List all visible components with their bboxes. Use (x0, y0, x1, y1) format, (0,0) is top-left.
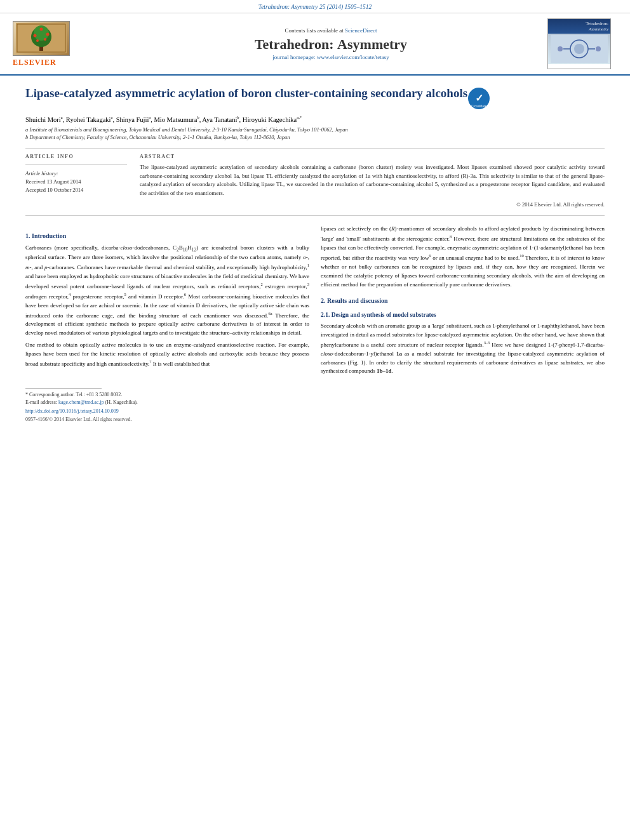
svg-point-5 (34, 34, 37, 37)
author-6: Hiroyuki Kagechika (243, 116, 297, 123)
article-content: Lipase-catalyzed asymmetric acylation of… (0, 76, 630, 434)
corresponding-author-note: * Corresponding author. Tel.: +81 3 5280… (25, 391, 309, 399)
abstract-text: The lipase-catalyzed asymmetric acetylat… (140, 163, 605, 197)
cover-title: Tetrahedron:Asymmetry (548, 19, 610, 32)
results-section-title: 2. Results and discussion (321, 296, 605, 306)
svg-point-8 (36, 39, 39, 42)
svg-point-15 (558, 46, 563, 51)
intro-title: 1. Introduction (25, 231, 309, 241)
body-text-area: 1. Introduction Carboranes (more specifi… (25, 225, 605, 423)
homepage-url[interactable]: www.elsevier.com/locate/tetasy (317, 54, 389, 60)
svg-text:CrossMark: CrossMark (471, 104, 487, 108)
journal-header-top: Tetrahedron: Asymmetry 25 (2014) 1505–15… (0, 0, 630, 13)
contents-available: Contents lists available at ScienceDirec… (114, 27, 547, 34)
doi-link[interactable]: http://dx.doi.org/10.1016/j.tetasy.2014.… (25, 408, 309, 415)
svg-point-9 (44, 38, 46, 41)
author-3: Shinya Fujii (116, 116, 149, 123)
abstract-column: ABSTRACT The lipase-catalyzed asymmetric… (140, 154, 605, 208)
issn-copyright: 0957-4166/© 2014 Elsevier Ltd. All right… (25, 416, 309, 423)
intro-para2: One method to obtain optically active mo… (25, 341, 309, 369)
svg-point-16 (596, 46, 601, 51)
separator-line (25, 148, 605, 149)
article-title: Lipase-catalyzed asymmetric acylation of… (25, 86, 467, 102)
author-1: Shuichi Mori (25, 116, 61, 123)
right-para2: Secondary alcohols with an aromatic grou… (321, 322, 605, 377)
crossmark-logo: ✓ CrossMark (467, 87, 490, 110)
received-date: Received 13 August 2014 (25, 178, 127, 185)
journal-center-info: Contents lists available at ScienceDirec… (114, 27, 547, 60)
affiliation-b: b Department of Chemistry, Faculty of Sc… (25, 133, 605, 142)
footnote-separator (25, 388, 102, 389)
svg-point-6 (46, 33, 50, 36)
affiliations: a Institute of Biomaterials and Bioengin… (25, 126, 605, 142)
abstract-heading: ABSTRACT (140, 154, 605, 159)
elsevier-logo-area: ELSEVIER (13, 21, 114, 67)
right-para1: lipases act selectively on the (R)-enant… (321, 225, 605, 290)
svg-text:✓: ✓ (475, 93, 483, 103)
page: Tetrahedron: Asymmetry 25 (2014) 1505–15… (0, 0, 630, 840)
email-note: E-mail address: kage.chem@tmd.ac.jp (H. … (25, 399, 309, 406)
svg-point-7 (40, 28, 43, 31)
journal-volume-ref: Tetrahedron: Asymmetry 25 (2014) 1505–15… (258, 4, 372, 10)
article-history-label: Article history: (25, 170, 127, 177)
cover-graphic (548, 34, 610, 64)
article-info-abstract: ARTICLE INFO Article history: Received 1… (25, 154, 605, 208)
body-left-col: 1. Introduction Carboranes (more specifi… (25, 225, 309, 423)
article-info-column: ARTICLE INFO Article history: Received 1… (25, 154, 127, 208)
email-address[interactable]: kage.chem@tmd.ac.jp (58, 399, 104, 405)
article-info-heading: ARTICLE INFO (25, 154, 127, 159)
copyright: © 2014 Elsevier Ltd. All rights reserved… (140, 201, 605, 208)
affiliation-a: a Institute of Biomaterials and Bioengin… (25, 126, 605, 134)
author-4: Mio Matsumura (154, 116, 197, 123)
design-synthesis-title: 2.1. Design and synthesis of model subst… (321, 310, 605, 320)
authors-line: Shuichi Moria, Ryohei Takagakia, Shinya … (25, 115, 605, 123)
author-2: Ryohei Takagaki (66, 116, 111, 123)
journal-homepage: journal homepage: www.elsevier.com/locat… (114, 54, 547, 60)
journal-header: ELSEVIER Contents lists available at Sci… (0, 13, 630, 76)
accepted-date: Accepted 10 October 2014 (25, 187, 127, 193)
body-right-col: lipases act selectively on the (R)-enant… (321, 225, 605, 423)
author-5: Aya Tanatani (202, 116, 237, 123)
cover-image: Tetrahedron:Asymmetry (547, 18, 611, 69)
article-info-separator (25, 164, 127, 165)
journal-cover-thumbnail: Tetrahedron:Asymmetry (547, 18, 617, 69)
journal-title: Tetrahedron: Asymmetry (114, 36, 547, 53)
sciencedirect-link[interactable]: ScienceDirect (345, 27, 377, 34)
elsevier-logo-image (13, 21, 70, 56)
body-separator (25, 215, 605, 216)
svg-point-12 (574, 44, 584, 54)
intro-para1: Carboranes (more specifically, dicarba-c… (25, 244, 309, 338)
elsevier-wordmark: ELSEVIER (13, 58, 57, 67)
